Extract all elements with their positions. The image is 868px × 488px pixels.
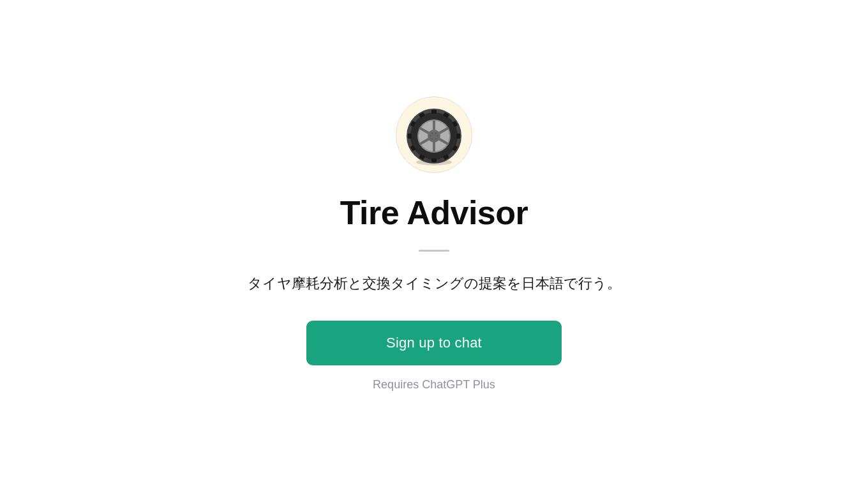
svg-point-21: [416, 159, 452, 165]
main-container: Tire Advisor タイヤ摩耗分析と交換タイミングの提案を日本語で行う。 …: [211, 71, 657, 416]
svg-rect-12: [456, 133, 460, 139]
tire-icon: [402, 103, 466, 167]
requires-chatgpt-plus-text: Requires ChatGPT Plus: [373, 378, 495, 392]
svg-rect-18: [408, 133, 412, 139]
page-title: Tire Advisor: [340, 194, 528, 232]
svg-rect-9: [431, 110, 437, 114]
avatar: [396, 96, 472, 173]
description-text: タイヤ摩耗分析と交換タイミングの提案を日本語で行う。: [248, 272, 621, 294]
signup-button[interactable]: Sign up to chat: [306, 321, 562, 365]
divider: [419, 250, 449, 252]
